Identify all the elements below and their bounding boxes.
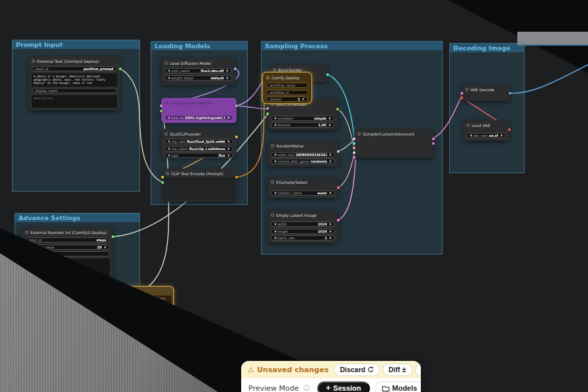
weight-dtype-widget[interactable]: weight_dtypedefault bbox=[165, 75, 232, 81]
combo-left-icon[interactable] bbox=[274, 160, 276, 163]
default-value-widget[interactable] bbox=[61, 307, 110, 312]
combo-left-icon[interactable] bbox=[168, 69, 170, 72]
input-id-widget[interactable]: input_idpositive_prompt bbox=[32, 66, 117, 71]
collapse-icon[interactable] bbox=[166, 172, 169, 175]
combo-right-icon[interactable] bbox=[330, 230, 332, 233]
output-dot-vae[interactable] bbox=[508, 128, 511, 131]
node-empty-latent-image[interactable]: Empty Latent Image width1024 height1024 … bbox=[268, 210, 338, 243]
node-load-diffusion-model[interactable]: Load Diffusion Model unet_nameflux1-dev.… bbox=[161, 58, 235, 85]
combo-left-icon[interactable] bbox=[274, 124, 276, 126]
combo-right-icon[interactable] bbox=[330, 192, 332, 194]
collapse-icon[interactable] bbox=[466, 124, 470, 127]
workflow-name-widget[interactable]: workflow_name bbox=[266, 83, 308, 88]
output-dot-guider[interactable] bbox=[326, 73, 329, 76]
collapse-icon[interactable] bbox=[25, 231, 28, 234]
combo-right-icon[interactable] bbox=[228, 140, 230, 143]
node-clip-text-encode[interactable]: CLIP Text Encode (Prompt) bbox=[163, 169, 237, 202]
height-widget[interactable]: height1024 bbox=[271, 229, 335, 234]
width-widget[interactable]: width1024 bbox=[271, 221, 335, 227]
description-textarea[interactable]: description bbox=[25, 258, 110, 278]
control-after-generate-widget[interactable]: control_after_generaterandomize bbox=[271, 159, 335, 164]
combo-left-icon[interactable] bbox=[470, 134, 472, 137]
node-basic-scheduler[interactable]: BasicScheduler schedulersimple denoise1.… bbox=[268, 99, 338, 130]
combo-left-icon[interactable] bbox=[168, 140, 170, 143]
node-external-number-lora[interactable]: (ComfyUI Deploy) lora_strength bbox=[58, 290, 114, 317]
combo-right-icon[interactable] bbox=[330, 160, 332, 163]
node-sampler-custom-advanced[interactable]: SamplerCustomAdvanced bbox=[354, 129, 433, 158]
output-dot-output[interactable] bbox=[432, 137, 435, 140]
collapse-icon[interactable] bbox=[271, 144, 274, 147]
combo-right-icon[interactable] bbox=[227, 69, 229, 72]
combo-left-icon[interactable] bbox=[168, 116, 170, 119]
combo-right-icon[interactable] bbox=[228, 147, 230, 150]
combo-left-icon[interactable] bbox=[274, 237, 276, 239]
batch-size-widget[interactable]: batch_size1 bbox=[271, 235, 335, 241]
output-dot-sigmas[interactable] bbox=[336, 108, 339, 110]
input-dot-sampler[interactable] bbox=[353, 147, 355, 149]
save-button[interactable]: Save bbox=[415, 364, 421, 376]
combo-right-icon[interactable] bbox=[228, 116, 230, 119]
display-name-widget[interactable]: display_name bbox=[32, 88, 117, 93]
vae-name-widget[interactable]: vae_nameae.sft bbox=[466, 133, 506, 138]
default-value-widget[interactable]: default_value20 bbox=[25, 245, 110, 250]
output-dot-clip[interactable] bbox=[235, 136, 238, 138]
scheduler-widget[interactable]: schedulersimple bbox=[271, 116, 334, 121]
diff-button[interactable]: Diff ± bbox=[383, 364, 412, 376]
output-dot-latent[interactable] bbox=[337, 219, 340, 221]
combo-left-icon[interactable] bbox=[274, 153, 276, 156]
collapse-icon[interactable] bbox=[32, 59, 35, 63]
node-vae-decode[interactable]: VAE Decode bbox=[462, 85, 510, 101]
type-widget[interactable]: typeflux bbox=[165, 153, 233, 158]
node-editor-canvas[interactable]: Prompt Input Loading Models Sampling Pro… bbox=[0, 0, 588, 392]
unet-name-widget[interactable]: unet_nameflux1-dev.sft bbox=[165, 68, 232, 73]
combo-left-icon[interactable] bbox=[168, 154, 170, 157]
combo-left-icon[interactable] bbox=[28, 246, 30, 249]
input-dot-text[interactable] bbox=[161, 181, 164, 184]
output-dot-text[interactable] bbox=[119, 67, 122, 70]
combo-left-icon[interactable] bbox=[274, 230, 276, 233]
input-id-widget[interactable]: input_idsteps bbox=[25, 237, 110, 243]
description-textarea[interactable]: description bbox=[32, 95, 117, 108]
input-dot-noise[interactable] bbox=[353, 137, 355, 140]
combo-right-icon[interactable] bbox=[104, 246, 106, 249]
output-dot-number[interactable] bbox=[112, 235, 114, 238]
session-button[interactable]: + Session bbox=[317, 381, 369, 392]
input-dot-samples[interactable] bbox=[460, 92, 463, 95]
combo-right-icon[interactable] bbox=[330, 153, 332, 156]
collapse-icon[interactable] bbox=[273, 68, 276, 71]
collapse-icon[interactable] bbox=[266, 76, 270, 79]
version-widget[interactable]: version1 bbox=[266, 97, 308, 102]
input-dot-model[interactable] bbox=[160, 104, 163, 107]
input-dot-vae[interactable] bbox=[460, 97, 463, 99]
collapse-icon[interactable] bbox=[271, 180, 274, 184]
combo-left-icon[interactable] bbox=[274, 192, 276, 194]
output-dot-model[interactable] bbox=[234, 67, 237, 70]
node-external-text[interactable]: External Text (ComfyUI Deploy) input_idp… bbox=[28, 56, 120, 110]
combo-right-icon[interactable] bbox=[501, 134, 503, 137]
output-dot-conditioning[interactable] bbox=[235, 176, 238, 178]
combo-right-icon[interactable] bbox=[228, 154, 230, 157]
input-dot-strength[interactable] bbox=[160, 110, 163, 112]
models-button[interactable]: Models bbox=[375, 381, 422, 392]
input-dot-steps[interactable] bbox=[266, 112, 269, 115]
output-dot-denoised[interactable] bbox=[432, 142, 435, 145]
node-load-vae[interactable]: Load VAE vae_nameae.sft bbox=[463, 120, 509, 141]
output-dot-image[interactable] bbox=[509, 92, 511, 95]
lora-name-widget[interactable]: lora_nameSDXL-Lightning/sdxl_lightnin... bbox=[165, 115, 233, 120]
preview-mode-label[interactable]: Preview Mode bbox=[248, 384, 299, 392]
combo-left-icon[interactable] bbox=[274, 117, 276, 120]
node-ksampler-select[interactable]: KSamplerSelect sampler_nameeuler bbox=[268, 177, 338, 198]
collapse-icon[interactable] bbox=[357, 132, 361, 136]
node-external-number-int[interactable]: External Number Int (ComfyUI Deploy) inp… bbox=[22, 227, 113, 280]
display-name-widget[interactable]: display_name bbox=[25, 251, 110, 256]
clip-name1-widget[interactable]: clip_name1flux/t5xxl_fp16.safetensors bbox=[165, 139, 233, 144]
noise-seed-widget[interactable]: noise_seed280806693463621 bbox=[271, 152, 335, 157]
combo-left-icon[interactable] bbox=[274, 223, 276, 225]
node-dual-clip-loader[interactable]: DualCLIPLoader clip_name1flux/t5xxl_fp16… bbox=[161, 129, 237, 157]
node-note[interactable]: Note Uncomment this if you need to add a… bbox=[124, 287, 173, 309]
input-id-widget[interactable]: lora_strength bbox=[61, 299, 110, 305]
input-dot-latent[interactable] bbox=[353, 156, 355, 159]
output-dot-model[interactable] bbox=[235, 104, 238, 107]
collapse-icon[interactable] bbox=[165, 61, 168, 65]
combo-right-icon[interactable] bbox=[330, 237, 332, 239]
